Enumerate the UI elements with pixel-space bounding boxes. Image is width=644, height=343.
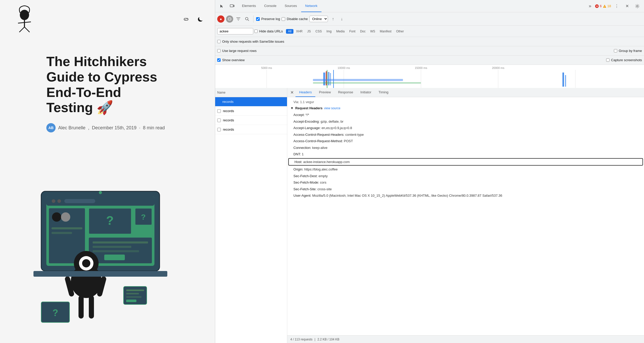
tab-elements[interactable]: Elements (238, 0, 260, 12)
network-item-checkbox-2[interactable] (217, 119, 221, 122)
hide-data-urls-group: Hide data URLs (254, 29, 283, 33)
svg-text:!: ! (604, 5, 605, 8)
network-filter-input[interactable] (217, 28, 253, 34)
filter-css-btn[interactable]: CSS (313, 29, 324, 34)
details-close-btn[interactable]: ✕ (288, 89, 295, 96)
blog-illustration: ? ? (33, 176, 167, 343)
author-name: Alec Brunelle (58, 125, 85, 131)
header-accept: Accept: */* (287, 112, 644, 118)
devtools-filter-row: Hide data URLs All XHR JS CSS Img Media … (215, 26, 644, 37)
close-devtools-btn[interactable]: ✕ (622, 2, 632, 11)
network-item-0[interactable]: records (215, 97, 287, 106)
search-btn[interactable] (243, 15, 251, 23)
devtools-options-row1: Only show requests with SameSite issues (215, 37, 644, 46)
filter-media-btn[interactable]: Media (334, 29, 347, 34)
filter-doc-btn[interactable]: Doc (358, 29, 368, 34)
network-item-checkbox-3[interactable] (217, 128, 221, 131)
group-by-frame-label: Group by frame (619, 49, 642, 53)
filter-other-btn[interactable]: Other (394, 29, 406, 34)
svg-rect-71 (313, 82, 421, 84)
svg-line-4 (19, 27, 24, 32)
download-throttle-btn[interactable]: ↓ (338, 15, 345, 23)
filter-img-btn[interactable]: Img (324, 29, 334, 34)
svg-rect-70 (313, 79, 403, 81)
request-headers-title: ▼ Request Headers view source (287, 105, 644, 112)
blog-header-icons (181, 15, 205, 24)
svg-text:✕: ✕ (596, 5, 598, 8)
svg-rect-73 (565, 75, 566, 87)
details-tabs: ✕ Headers Preview Response Initiator Tim… (287, 88, 644, 97)
group-by-frame-checkbox[interactable] (614, 49, 617, 52)
network-item-name-3: records (223, 128, 234, 131)
details-tab-response[interactable]: Response (334, 88, 357, 97)
via-header: Via: 1.1 vegur (287, 99, 644, 105)
filter-xhr-btn[interactable]: XHR (294, 29, 304, 34)
hide-data-urls-label: Hide data URLs (259, 29, 283, 33)
details-tab-initiator[interactable]: Initiator (357, 88, 375, 97)
devtools-statusbar: 4 / 113 requests | 2.2 KB / 104 KB (287, 335, 644, 343)
tab-network[interactable]: Network (301, 0, 322, 12)
show-overview-checkbox[interactable] (217, 58, 221, 62)
header-access-control-request-headers: Access-Control-Request-Headers: content-… (287, 131, 644, 138)
svg-rect-39 (126, 296, 142, 298)
capture-screenshots-label: Capture screenshots (611, 58, 642, 62)
throttle-select[interactable]: Online (309, 16, 328, 22)
blog-meta: AB Alec Brunelle , December 15th, 2019 ·… (46, 123, 169, 132)
tab-console[interactable]: Console (260, 0, 281, 12)
dark-mode-icon[interactable] (196, 15, 205, 24)
header-sec-fetch-site: Sec-Fetch-Site: cross-site (287, 186, 644, 193)
details-tab-headers[interactable]: Headers (295, 88, 315, 97)
details-tab-preview[interactable]: Preview (315, 88, 334, 97)
network-item-name-2: records (223, 118, 234, 122)
upload-throttle-btn[interactable]: ↑ (329, 15, 337, 23)
svg-text:15000 ms: 15000 ms (415, 66, 427, 69)
svg-rect-16 (51, 227, 82, 229)
filter-all-btn[interactable]: All (286, 29, 293, 34)
devtools-main: Name records records records record (215, 88, 644, 343)
network-item-2[interactable]: records (215, 116, 287, 125)
filter-ws-btn[interactable]: WS (368, 29, 377, 34)
blog-header (0, 0, 215, 39)
requests-count: 4 / 113 requests (290, 338, 312, 341)
svg-text:5000 ms: 5000 ms (261, 66, 272, 69)
network-item-3[interactable]: records (215, 125, 287, 134)
only-samesite-checkbox[interactable] (217, 40, 221, 43)
blog-date-separator: , (88, 125, 89, 131)
hide-data-urls-checkbox[interactable] (254, 30, 258, 33)
tab-sources[interactable]: Sources (281, 0, 301, 12)
svg-text:10000 ms: 10000 ms (338, 66, 350, 69)
show-overview-label: Show overview (222, 58, 245, 62)
more-tabs-btn[interactable]: » (586, 2, 594, 10)
disable-cache-checkbox[interactable] (282, 17, 285, 21)
capture-screenshots-checkbox[interactable] (606, 58, 610, 62)
view-source-link[interactable]: view source (324, 106, 340, 110)
clear-btn[interactable] (226, 15, 233, 23)
filter-manifest-btn[interactable]: Manifest (378, 29, 394, 34)
more-options-btn[interactable]: ⋮ (612, 2, 621, 11)
inspect-element-btn[interactable] (217, 2, 227, 11)
filter-font-btn[interactable]: Font (347, 29, 358, 34)
disable-cache-group: Disable cache (282, 17, 308, 21)
header-accept-encoding: Accept-Encoding: gzip, deflate, br (287, 118, 644, 125)
device-toggle-btn[interactable] (228, 2, 237, 11)
network-item-name-1: records (223, 109, 234, 113)
preserve-log-checkbox[interactable] (256, 17, 260, 21)
svg-point-49 (637, 5, 638, 7)
blog-read-time: 8 min read (143, 125, 165, 131)
transferred-size: 2.2 KB / 104 KB (317, 338, 339, 341)
svg-line-53 (248, 20, 249, 21)
link-icon[interactable] (181, 15, 191, 24)
svg-text:?: ? (141, 213, 146, 221)
filter-js-btn[interactable]: JS (305, 29, 313, 34)
filter-btn[interactable] (235, 15, 242, 23)
network-item-1[interactable]: records (215, 106, 287, 116)
svg-text:?: ? (53, 308, 58, 318)
details-tab-timing[interactable]: Timing (375, 88, 392, 97)
svg-text:?: ? (106, 214, 114, 227)
record-btn[interactable]: ● (217, 15, 224, 23)
svg-point-12 (99, 191, 102, 194)
large-rows-checkbox[interactable] (217, 49, 221, 52)
settings-btn[interactable] (633, 2, 642, 11)
svg-point-30 (82, 259, 90, 267)
network-item-checkbox-1[interactable] (217, 109, 221, 113)
